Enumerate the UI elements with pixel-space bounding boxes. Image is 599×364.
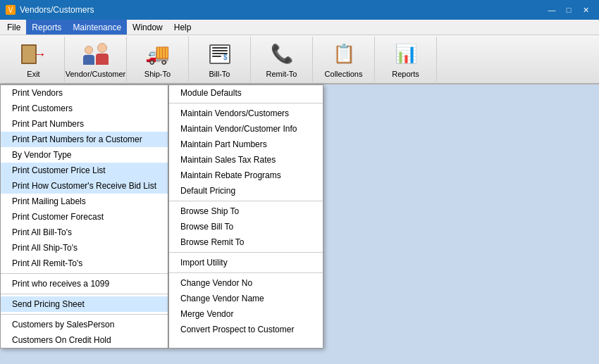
reports-dropdown: Print Vendors Print Customers Print Part… — [0, 84, 168, 349]
menu-print-part-numbers-customer[interactable]: Print Part Numbers for a Customer — [1, 132, 168, 147]
menu-default-pricing[interactable]: Default Pricing — [169, 183, 323, 199]
maximize-button[interactable]: □ — [561, 4, 576, 16]
body2 — [96, 54, 109, 65]
ship-to-icon-area: 🚚 — [144, 41, 172, 68]
menu-customers-by-salesperson[interactable]: Customers by SalesPerson — [1, 317, 168, 332]
remit-to-icon-area: 📞 — [268, 41, 296, 68]
phone-icon: 📞 — [271, 43, 293, 65]
menu-maintain-vendors[interactable]: Maintain Vendors/Customers — [169, 106, 323, 121]
menu-maintain-rebate[interactable]: Maintain Rebate Programs — [169, 168, 323, 183]
menu-browse-bill-to[interactable]: Browse Bill To — [169, 219, 323, 234]
menu-maintenance[interactable]: Maintenance — [67, 20, 127, 34]
menu-change-vendor-no[interactable]: Change Vendor No — [169, 275, 323, 291]
app-icon: V — [6, 5, 16, 15]
collections-icon: 📋 — [333, 43, 355, 65]
divider3 — [1, 314, 168, 315]
person1 — [83, 46, 94, 65]
menu-maintain-vendor-info[interactable]: Maintain Vendor/Customer Info — [169, 121, 323, 137]
menu-print-part-numbers[interactable]: Print Part Numbers — [1, 116, 168, 132]
divider1 — [1, 273, 168, 274]
person2 — [96, 43, 109, 65]
collections-button[interactable]: 📋 Collections — [313, 37, 375, 82]
exit-label: Exit — [27, 70, 39, 78]
main-content: Print Vendors Print Customers Print Part… — [0, 84, 599, 364]
bill-line2 — [212, 50, 228, 51]
menu-print-mailing-labels[interactable]: Print Mailing Labels — [1, 194, 168, 209]
close-button[interactable]: ✕ — [578, 4, 593, 16]
truck-icon: 🚚 — [145, 42, 170, 65]
divider2 — [1, 294, 168, 294]
bill-to-button[interactable]: $ Bill-To — [189, 37, 251, 82]
menu-maintain-sales-tax[interactable]: Maintain Sales Tax Rates — [169, 152, 323, 168]
exit-icon-area: → — [20, 41, 48, 68]
menu-print-customers[interactable]: Print Customers — [1, 101, 168, 116]
menu-browse-remit-to[interactable]: Browse Remit To — [169, 234, 323, 250]
vendor-customer-button[interactable]: Vendor/Customer — [65, 37, 127, 82]
head2 — [97, 43, 107, 53]
menu-customers-credit-hold[interactable]: Customers On Credit Hold — [1, 332, 168, 348]
menu-print-all-bill-tos[interactable]: Print All Bill-To's — [1, 225, 168, 240]
menu-maintain-part-numbers[interactable]: Maintain Part Numbers — [169, 137, 323, 152]
menu-merge-vendor[interactable]: Merge Vendor — [169, 306, 323, 322]
vendor-customer-label: Vendor/Customer — [66, 70, 126, 78]
ship-to-button[interactable]: 🚚 Ship-To — [127, 37, 189, 82]
bill-to-icon-area: $ — [206, 41, 234, 68]
collections-icon-area: 📋 — [330, 41, 358, 68]
menu-send-pricing-sheet[interactable]: Send Pricing Sheet — [1, 296, 168, 312]
body1 — [83, 55, 94, 65]
collections-label: Collections — [325, 70, 363, 78]
remit-to-label: Remit-To — [266, 70, 297, 78]
bill-dollar: $ — [223, 54, 228, 61]
vendor-icon-area — [82, 41, 110, 68]
bill-line1 — [212, 47, 228, 49]
menu-bar: File Reports Maintenance Window Help — [0, 20, 599, 35]
menu-print-1099[interactable]: Print who receives a 1099 — [1, 276, 168, 291]
menu-reports[interactable]: Reports — [26, 20, 67, 34]
menu-help[interactable]: Help — [168, 20, 197, 34]
title-bar-controls: — □ ✕ — [544, 4, 593, 16]
maintenance-dropdown: Module Defaults Maintain Vendors/Custome… — [168, 84, 323, 349]
maint-divider3 — [169, 252, 323, 253]
exit-button[interactable]: → Exit — [3, 37, 65, 82]
maint-divider2 — [169, 201, 323, 201]
menu-change-vendor-name[interactable]: Change Vendor Name — [169, 291, 323, 306]
ship-to-label: Ship-To — [144, 70, 171, 78]
menu-print-forecast[interactable]: Print Customer Forecast — [1, 209, 168, 225]
maint-divider4 — [169, 272, 323, 273]
reports-icon: 📊 — [395, 43, 417, 65]
menu-print-bid-list[interactable]: Print How Customer's Receive Bid List — [1, 178, 168, 194]
menu-by-vendor-type[interactable]: By Vendor Type — [1, 147, 168, 163]
reports-label: Reports — [392, 70, 419, 78]
exit-arrow-shape: → — [34, 46, 47, 61]
menu-window[interactable]: Window — [127, 20, 168, 34]
menu-print-vendors[interactable]: Print Vendors — [1, 85, 168, 101]
menu-print-all-ship-tos[interactable]: Print All Ship-To's — [1, 240, 168, 256]
remit-to-button[interactable]: 📞 Remit-To — [251, 37, 313, 82]
reports-button[interactable]: 📊 Reports — [375, 37, 437, 82]
title-text: Vendors/Customers — [20, 5, 94, 15]
menu-browse-ship-to[interactable]: Browse Ship To — [169, 203, 323, 219]
bill-icon: $ — [209, 44, 230, 64]
reports-icon-area: 📊 — [392, 41, 420, 68]
menu-print-all-remit-tos[interactable]: Print All Remit-To's — [1, 256, 168, 271]
minimize-button[interactable]: — — [544, 4, 560, 16]
toolbar: → Exit Vendor/Customer 🚚 Ship-To — [0, 35, 599, 84]
bill-line4 — [212, 56, 221, 57]
menu-module-defaults[interactable]: Module Defaults — [169, 85, 323, 101]
menu-import-utility[interactable]: Import Utility — [169, 255, 323, 270]
menu-print-customer-price-list[interactable]: Print Customer Price List — [1, 163, 168, 178]
maint-divider1 — [169, 103, 323, 103]
menu-file[interactable]: File — [1, 20, 26, 34]
bill-to-label: Bill-To — [209, 70, 230, 78]
dropdown-container: Print Vendors Print Customers Print Part… — [0, 84, 323, 349]
title-bar-left: V Vendors/Customers — [6, 5, 94, 15]
head1 — [85, 46, 93, 54]
menu-convert-prospect[interactable]: Convert Prospect to Customer — [169, 322, 323, 337]
people-icon — [83, 43, 109, 65]
exit-icon: → — [21, 43, 47, 65]
title-bar: V Vendors/Customers — □ ✕ — [0, 0, 599, 20]
